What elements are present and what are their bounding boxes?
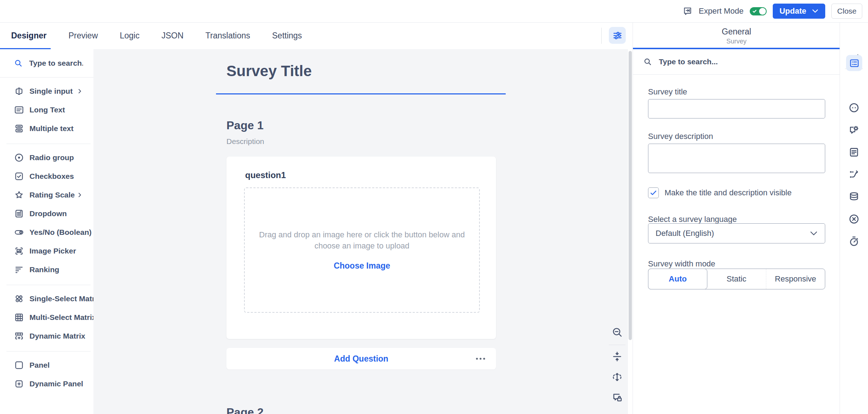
- lock-questions-icon[interactable]: [611, 392, 623, 404]
- category-title: General: [633, 27, 840, 37]
- tab-settings[interactable]: Settings: [272, 31, 302, 41]
- survey-description-input[interactable]: [648, 144, 825, 173]
- toolbox-item-dynamic-matrix[interactable]: Dynamic Matrix: [0, 327, 93, 345]
- width-mode-segmented-control: Auto Static Responsive: [648, 269, 825, 289]
- toolbox-item-ranking[interactable]: Ranking: [0, 260, 93, 279]
- visibility-checkbox-row: Make the title and description visible: [648, 187, 791, 198]
- survey-description-label: Survey description: [648, 132, 713, 141]
- canvas-scrollbar-thumb[interactable]: [629, 51, 632, 340]
- validation-icon[interactable]: [848, 213, 860, 225]
- toolbox-group-text: Single input Long Text Multiple text: [0, 78, 93, 144]
- toolbox-item-multi-select-matrix[interactable]: Multi-Select Matrix: [0, 308, 93, 327]
- design-canvas: Survey Title Page 1 Description question…: [93, 49, 633, 414]
- update-button-label: Update: [780, 6, 807, 16]
- question-card[interactable]: question1 Drag and drop an image here or…: [226, 157, 496, 339]
- toolbox-item-label: Rating Scale: [29, 191, 75, 199]
- category-subtitle: Survey: [633, 38, 840, 45]
- choices-icon[interactable]: [848, 102, 860, 114]
- toolbox-item-dynamic-panel[interactable]: Dynamic Panel: [0, 375, 93, 393]
- tab-designer[interactable]: Designer: [11, 31, 46, 41]
- long-text-icon: [14, 104, 24, 115]
- dropdown-icon: [14, 208, 24, 219]
- tab-preview[interactable]: Preview: [68, 31, 98, 41]
- choose-image-button[interactable]: Choose Image: [331, 261, 392, 271]
- toolbox-item-label: Checkboxes: [29, 172, 74, 181]
- update-button[interactable]: Update: [773, 4, 826, 19]
- timer-icon[interactable]: [848, 235, 860, 247]
- survey-creator-app: Expert Mode Update Close Designer Previe…: [0, 0, 868, 414]
- data-icon[interactable]: [848, 191, 860, 203]
- page1-description[interactable]: Description: [226, 137, 264, 146]
- toolbox-item-radio-group[interactable]: Radio group: [0, 148, 93, 167]
- toolbox-search-input[interactable]: [28, 59, 84, 68]
- toolbox-item-image-picker[interactable]: Image Picker: [0, 242, 93, 260]
- single-input-icon: [14, 86, 24, 97]
- toolbox-item-single-select-matrix[interactable]: Single-Select Matrix: [0, 289, 93, 308]
- add-question-button[interactable]: Add Question: [334, 354, 389, 364]
- expand-all-icon[interactable]: [611, 371, 623, 383]
- tab-json[interactable]: JSON: [161, 31, 183, 41]
- image-dropzone[interactable]: Drag and drop an image here or click the…: [244, 187, 480, 313]
- width-mode-option-responsive[interactable]: Responsive: [766, 269, 825, 289]
- toolbox-item-label: Multiple text: [29, 124, 74, 133]
- question-settings-icon[interactable]: [848, 124, 860, 136]
- visibility-checkbox-label[interactable]: Make the title and description visible: [665, 188, 791, 197]
- expert-mode-toggle[interactable]: [750, 7, 767, 15]
- width-mode-option-auto[interactable]: Auto: [648, 269, 707, 289]
- toolbox-search[interactable]: [0, 49, 93, 78]
- chevron-right-icon: [77, 192, 83, 198]
- toolbox-item-label: Long Text: [29, 106, 65, 114]
- close-button[interactable]: Close: [831, 4, 862, 19]
- toolbox-item-checkboxes[interactable]: Checkboxes: [0, 167, 93, 186]
- panel-icon: [14, 360, 24, 371]
- toolbox-item-single-input[interactable]: Single input: [0, 82, 93, 101]
- toggle-knob: [759, 8, 766, 15]
- width-mode-option-static[interactable]: Static: [707, 269, 766, 289]
- single-select-matrix-icon: [14, 293, 24, 304]
- feedback-icon[interactable]: [683, 6, 693, 16]
- toolbox-item-rating-scale[interactable]: Rating Scale: [0, 186, 93, 204]
- property-search-input[interactable]: [658, 57, 753, 66]
- toolbox-item-label: Single input: [29, 87, 73, 96]
- visibility-checkbox[interactable]: [648, 187, 659, 198]
- tabs: Designer Preview Logic JSON Translations…: [11, 22, 302, 49]
- survey-title-label: Survey title: [648, 87, 687, 97]
- survey-title-input[interactable]: [648, 99, 825, 118]
- property-panel: General Survey Survey title Survey descr…: [633, 22, 840, 414]
- language-select[interactable]: Default (English): [648, 223, 825, 243]
- pages-icon[interactable]: [848, 146, 860, 158]
- collapse-all-icon[interactable]: [611, 350, 623, 363]
- rating-scale-icon: [14, 190, 24, 200]
- chevron-right-icon: [77, 88, 83, 94]
- tab-translations[interactable]: Translations: [206, 31, 250, 41]
- property-category-strip: [840, 22, 868, 414]
- logic-icon[interactable]: [848, 168, 860, 181]
- toolbox-item-dropdown[interactable]: Dropdown: [0, 204, 93, 223]
- topbar-actions: Expert Mode Update Close: [683, 0, 862, 22]
- add-question-bar[interactable]: Add Question: [226, 348, 496, 369]
- toolbox-item-label: Multi-Select Matrix: [29, 313, 96, 322]
- canvas-scrollbar-track[interactable]: [628, 49, 633, 414]
- tab-logic[interactable]: Logic: [120, 31, 139, 41]
- language-label: Select a survey language: [648, 215, 737, 224]
- property-search[interactable]: [633, 49, 840, 75]
- toolbox-item-panel[interactable]: Panel: [0, 356, 93, 375]
- page1-title[interactable]: Page 1: [226, 118, 263, 132]
- divider: [601, 28, 602, 44]
- toolbox-group-panels: Panel Dynamic Panel: [0, 352, 93, 399]
- question-name[interactable]: question1: [245, 170, 286, 180]
- page2-title[interactable]: Page 2: [226, 405, 263, 414]
- toolbox-item-label: Yes/No (Boolean): [29, 228, 92, 237]
- zoom-out-icon[interactable]: [611, 326, 623, 338]
- toolbox-item-boolean[interactable]: Yes/No (Boolean): [0, 223, 93, 242]
- toolbox-item-multiple-text[interactable]: Multiple text: [0, 119, 93, 138]
- tabbar: Designer Preview Logic JSON Translations…: [0, 22, 633, 50]
- ranking-icon: [14, 264, 24, 275]
- creator-settings-button[interactable]: [609, 27, 626, 44]
- image-picker-icon: [14, 246, 24, 256]
- category-general-active[interactable]: [846, 55, 862, 71]
- chevron-down-icon: [812, 9, 818, 13]
- survey-title[interactable]: Survey Title: [226, 62, 312, 80]
- add-question-menu-icon[interactable]: [475, 357, 486, 360]
- toolbox-item-long-text[interactable]: Long Text: [0, 101, 93, 119]
